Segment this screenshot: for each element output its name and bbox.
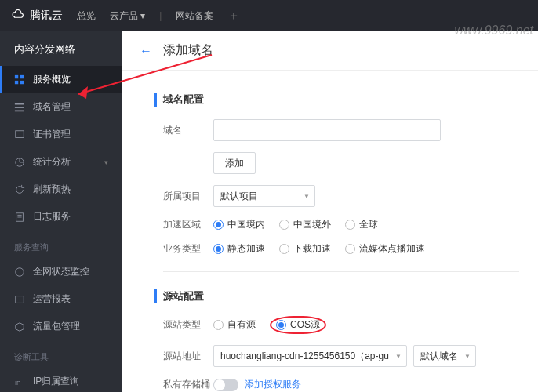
sidebar-item-label: 流量包管理 (33, 320, 80, 333)
label-biz: 业务类型 (163, 242, 213, 256)
sidebar-item-label: 刷新预热 (33, 183, 71, 196)
back-button[interactable]: ← (140, 44, 152, 58)
sidebar-item-overview[interactable]: 服务概览 (0, 66, 122, 93)
radio-biz-vod[interactable]: 流媒体点播加速 (345, 242, 425, 256)
auth-link[interactable]: 添加授权服务 (245, 378, 301, 391)
nav-overview[interactable]: 总览 (77, 9, 96, 23)
radio-region-overseas[interactable]: 中国境外 (279, 218, 331, 231)
origin-domain-mode-select[interactable]: 默认域名▼ (413, 345, 476, 367)
sidebar-item-domain[interactable]: 域名管理 (0, 93, 122, 121)
cert-icon (14, 129, 25, 140)
package-icon (14, 321, 25, 332)
label-project: 所属项目 (163, 190, 213, 203)
sidebar-item-label: 域名管理 (33, 100, 71, 114)
radio-region-mainland[interactable]: 中国境内 (213, 218, 265, 231)
svg-rect-13 (16, 296, 24, 303)
ip-icon: IP (14, 376, 25, 387)
svg-rect-1 (20, 74, 24, 78)
section-divider (163, 271, 519, 272)
sidebar-item-label: 证书管理 (33, 128, 71, 141)
sidebar-item-label: 服务概览 (33, 73, 71, 86)
svg-rect-3 (20, 80, 24, 83)
radio-origin-cos[interactable]: COS源 (270, 316, 326, 334)
nav-divider: | (159, 10, 162, 21)
sidebar-item-label: 运营报表 (33, 292, 71, 306)
svg-rect-5 (15, 107, 24, 108)
sidebar-item-monitor[interactable]: 全网状态监控 (0, 258, 122, 285)
radio-origin-own[interactable]: 自有源 (213, 318, 256, 332)
project-select[interactable]: 默认项目▼ (213, 185, 315, 207)
sidebar-item-label: IP归属查询 (33, 375, 79, 388)
label-domain: 域名 (163, 124, 213, 137)
sidebar-item-stats[interactable]: 统计分析 ▾ (0, 148, 122, 176)
grid-icon (14, 74, 25, 85)
brand-logo[interactable]: 腾讯云 (11, 9, 63, 23)
refresh-icon (14, 184, 25, 195)
label-region: 加速区域 (163, 218, 213, 231)
section-domain-config: 域名配置 (154, 93, 538, 107)
chart-icon (14, 157, 25, 168)
label-origin-addr: 源站地址 (163, 350, 213, 363)
svg-rect-6 (15, 110, 24, 111)
label-auth: 私有存储桶访问 (163, 378, 213, 392)
add-button[interactable]: 添加 (213, 152, 256, 174)
sidebar-item-label: 全网状态监控 (33, 265, 89, 278)
label-origin-type: 源站类型 (163, 318, 213, 332)
sidebar-item-report[interactable]: 运营报表 (0, 285, 122, 313)
list-icon (14, 102, 25, 113)
sidebar-item-refresh[interactable]: 刷新预热 (0, 176, 122, 203)
sidebar-title: 内容分发网络 (0, 42, 122, 66)
nav-beian[interactable]: 网站备案 (176, 9, 213, 23)
origin-bucket-select[interactable]: huochangliang-cdn-1255456150（ap-gu▼ (213, 345, 407, 367)
monitor-icon (14, 267, 25, 278)
svg-point-12 (16, 267, 24, 276)
sidebar-item-cert[interactable]: 证书管理 (0, 121, 122, 148)
svg-rect-0 (15, 74, 18, 78)
radio-region-global[interactable]: 全球 (345, 218, 378, 231)
chevron-down-icon: ▾ (104, 158, 108, 166)
sidebar-group-query: 服务查询 (0, 230, 122, 258)
sidebar-group-diag: 诊断工具 (0, 340, 122, 368)
radio-biz-download[interactable]: 下载加速 (279, 242, 331, 256)
sidebar-item-ip[interactable]: IP IP归属查询 (0, 368, 122, 392)
nav-add-icon[interactable]: ＋ (227, 8, 240, 24)
radio-biz-static[interactable]: 静态加速 (213, 242, 265, 256)
page-title: 添加域名 (163, 42, 213, 59)
svg-text:IP: IP (15, 379, 20, 386)
svg-rect-7 (16, 130, 24, 137)
sidebar-item-package[interactable]: 流量包管理 (0, 313, 122, 340)
auth-toggle[interactable] (213, 379, 238, 391)
section-origin-config: 源站配置 (154, 289, 538, 303)
sidebar-item-label: 统计分析 (33, 155, 71, 169)
report-icon (14, 294, 25, 305)
sidebar: 内容分发网络 服务概览 域名管理 证书管理 统计分析 ▾ 刷新预热 日志服务 服… (0, 31, 122, 392)
sidebar-item-log[interactable]: 日志服务 (0, 203, 122, 230)
log-icon (14, 212, 25, 223)
svg-rect-4 (15, 103, 24, 104)
domain-input[interactable] (213, 119, 441, 141)
sidebar-item-label: 日志服务 (33, 210, 71, 223)
svg-rect-2 (15, 80, 18, 83)
nav-products[interactable]: 云产品 ▾ (110, 9, 145, 23)
